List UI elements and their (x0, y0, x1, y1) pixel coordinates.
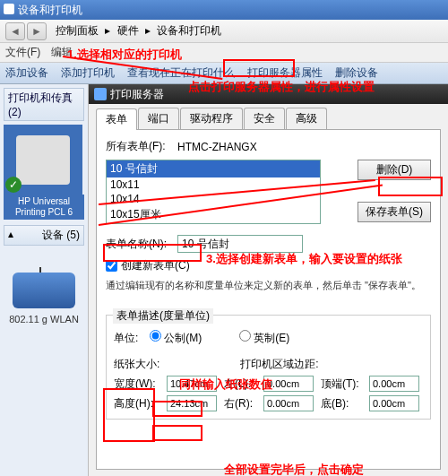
left-input[interactable] (263, 376, 314, 392)
cmd-view-queue[interactable]: 查看现在正在打印什么 (127, 65, 235, 81)
desc-section-label: 表单描述(度量单位) (113, 308, 213, 324)
radio-english[interactable]: 英制(E) (239, 330, 311, 346)
forms-listbox[interactable]: 10 号信封 10x11 10x14 10x15厘米 (106, 160, 321, 224)
command-bar: 添加设备 添加打印机 查看现在正在打印什么 打印服务器属性 删除设备 (0, 63, 448, 84)
tab-ports[interactable]: 端口 (138, 108, 179, 129)
create-new-checkbox[interactable] (106, 260, 117, 272)
radio-metric[interactable]: 公制(M) (150, 330, 221, 346)
crumb-sep-icon: ▸ (145, 24, 151, 37)
top-label: 顶端(T): (321, 376, 366, 392)
margin-area-label: 打印机区域边距: (240, 357, 318, 372)
delete-button[interactable]: 删除(D) (358, 160, 431, 180)
sidebar-printers-header[interactable]: 打印机和传真 (2) (4, 88, 84, 121)
bottom-label: 底(B): (321, 396, 366, 411)
default-check-icon: ✓ (5, 177, 22, 193)
back-button[interactable]: ◄ (5, 22, 25, 40)
wlan-device-icon[interactable] (13, 273, 75, 308)
list-item[interactable]: 10x11 (107, 177, 320, 192)
crumb-devices[interactable]: 设备和打印机 (157, 24, 221, 37)
devices-collapse-icon[interactable]: ▴ (8, 228, 13, 243)
cmd-server-props[interactable]: 打印服务器属性 (247, 65, 323, 81)
tab-body: 所有表单(F): HTMC-ZHANGX 10 号信封 10x11 10x14 … (96, 129, 441, 470)
printer-device-label: HP Universal Printing PCL 6 (4, 195, 84, 220)
menu-bar: 文件(F) 编辑 (0, 43, 448, 63)
form-name-input[interactable] (177, 235, 303, 253)
right-label: 右(R): (224, 396, 260, 411)
cmd-add-device[interactable]: 添加设备 (5, 65, 48, 81)
tab-forms[interactable]: 表单 (96, 108, 137, 130)
create-hint-text: 通过编辑现有的名称和度量单位来定义新的表单，然后单击 "保存表单"。 (106, 279, 431, 292)
sidebar: 打印机和传真 (2) ✓ HP Universal Printing PCL 6… (0, 84, 89, 476)
unit-label: 单位: (114, 331, 150, 346)
forward-button[interactable]: ► (27, 22, 47, 40)
tab-advanced[interactable]: 高级 (286, 108, 327, 129)
form-name-label: 表单名称(N): (106, 237, 177, 252)
menu-file[interactable]: 文件(F) (5, 45, 40, 60)
all-forms-label: 所有表单(F): (106, 139, 177, 154)
create-new-label: 创建新表单(C) (121, 258, 190, 273)
list-item[interactable]: 10 号信封 (107, 160, 320, 177)
server-name-value: HTMC-ZHANGX (177, 141, 257, 153)
desc-fieldset: 单位: 公制(M) 英制(E) 纸张大小: 打印机区域边距: 宽度(W): 左(… (106, 315, 431, 420)
printer-device-icon[interactable]: ✓ (4, 125, 82, 195)
tab-drivers[interactable]: 驱动程序 (180, 108, 243, 129)
tab-security[interactable]: 安全 (244, 108, 285, 129)
cmd-remove-device[interactable]: 删除设备 (335, 65, 378, 81)
crumb-sep-icon: ▸ (105, 24, 110, 37)
nav-bar: ◄ ► 控制面板 ▸ 硬件 ▸ 设备和打印机 (0, 20, 448, 43)
width-label: 宽度(W): (114, 376, 163, 392)
window-title: 设备和打印机 (18, 4, 82, 16)
cmd-add-printer[interactable]: 添加打印机 (61, 65, 115, 81)
breadcrumb[interactable]: 控制面板 ▸ 硬件 ▸ 设备和打印机 (54, 23, 223, 39)
right-input[interactable] (263, 395, 314, 411)
dialog-panel: 打印服务器 表单 端口 驱动程序 安全 高级 所有表单(F): HTMC-ZHA… (89, 84, 448, 476)
menu-edit[interactable]: 编辑 (51, 45, 73, 60)
tab-strip: 表单 端口 驱动程序 安全 高级 (89, 104, 448, 129)
save-form-button[interactable]: 保存表单(S) (358, 202, 431, 222)
paper-size-label: 纸张大小: (114, 357, 159, 372)
list-item[interactable]: 10x14 (107, 192, 320, 206)
crumb-control-panel[interactable]: 控制面板 (56, 24, 99, 37)
list-item[interactable]: 10x15厘米 (107, 206, 320, 223)
dialog-titlebar: 打印服务器 (89, 84, 448, 104)
window-titlebar: 设备和打印机 (0, 0, 448, 20)
crumb-hardware[interactable]: 硬件 (117, 24, 139, 37)
sidebar-devices-header[interactable]: ▴ 设备 (5) (4, 225, 84, 246)
height-label: 高度(H): (114, 396, 163, 411)
left-label: 左(L): (224, 376, 260, 392)
wlan-device-label: 802.11 g WLAN (4, 314, 84, 325)
top-input[interactable] (369, 376, 419, 392)
width-input[interactable] (167, 376, 217, 392)
bottom-input[interactable] (369, 395, 419, 411)
height-input[interactable] (167, 395, 217, 411)
